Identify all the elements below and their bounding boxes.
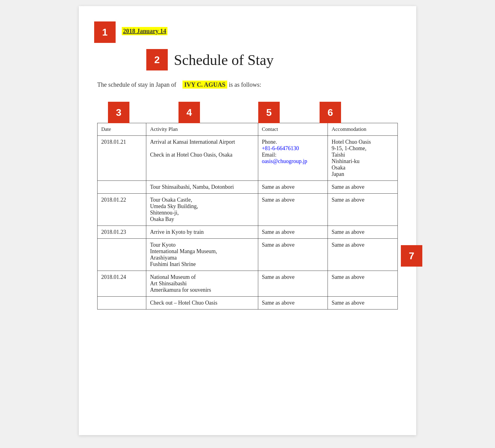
table-row: 2018.01.24 National Museum of Art Shinsa… xyxy=(98,271,398,297)
table-row: Tour Kyoto International Manga Museum, A… xyxy=(98,239,398,271)
cell-contact-3: Same as above xyxy=(258,226,328,239)
cell-accom-2: Same as above xyxy=(328,194,398,226)
badge-4-holder: 4 xyxy=(140,102,238,123)
header-accom-col: Accommodation xyxy=(328,123,398,136)
cell-accom-6: Same as above xyxy=(328,297,398,309)
header-date: 2018 January 14 xyxy=(122,27,167,35)
table-row: 2018.01.23 Arrive in Kyoto by train Same… xyxy=(98,226,398,239)
cell-accom-0: Hotel Chuo Oasis 9-15, 1-Chome, Taishi N… xyxy=(328,136,398,181)
phone-link[interactable]: +81-6-66476130 xyxy=(262,145,299,151)
cell-accom-5: Same as above xyxy=(328,271,398,297)
table-row: Tour Shinsaibashi, Namba, Dotonbori Same… xyxy=(98,181,398,194)
cell-date-6 xyxy=(98,297,146,309)
cell-date-2: 2018.01.22 xyxy=(98,194,146,226)
badge-2: 2 xyxy=(146,49,168,70)
badge-6-holder: 6 xyxy=(300,102,361,123)
badge-5: 5 xyxy=(258,102,280,123)
table-header-row: Date Activity Plan Contact Accommodation xyxy=(98,123,398,136)
email-link[interactable]: oasis@chuogroup.jp xyxy=(262,158,307,164)
cell-date-1 xyxy=(98,181,146,194)
badge-4: 4 xyxy=(178,102,200,123)
cell-date-4 xyxy=(98,239,146,271)
badge-3-holder: 3 xyxy=(97,102,140,123)
cell-contact-2: Same as above xyxy=(258,194,328,226)
badge-6: 6 xyxy=(320,102,341,123)
person-name: IVY C. AGUAS xyxy=(182,81,227,89)
header-activity-col: Activity Plan xyxy=(146,123,258,136)
badge-5-holder: 5 xyxy=(238,102,300,123)
cell-accom-3: Same as above xyxy=(328,226,398,239)
schedule-table: Date Activity Plan Contact Accommodation… xyxy=(97,123,398,309)
badge-1: 1 xyxy=(94,21,116,43)
cell-accom-1: Same as above xyxy=(328,181,398,194)
cell-contact-5: Same as above xyxy=(258,271,328,297)
cell-date-5: 2018.01.24 xyxy=(98,271,146,297)
cell-contact-1: Same as above xyxy=(258,181,328,194)
title-section: 2 Schedule of Stay xyxy=(97,49,398,70)
page: 1 2018 January 14 2 Schedule of Stay The… xyxy=(79,6,416,435)
badge-7: 7 xyxy=(401,245,422,267)
badge-3: 3 xyxy=(108,102,129,123)
page-title: Schedule of Stay xyxy=(174,51,274,68)
intro-text: The schedule of stay in Japan of IVY C. … xyxy=(97,80,398,89)
cell-contact-0: Phone. +81-6-66476130 Email: oasis@chuog… xyxy=(258,136,328,181)
cell-activity-5: National Museum of Art Shinsaibashi Amer… xyxy=(146,271,258,297)
cell-activity-3: Arrive in Kyoto by train xyxy=(146,226,258,239)
cell-accom-4: Same as above xyxy=(328,239,398,271)
cell-contact-6: Same as above xyxy=(258,297,328,309)
header-date-col: Date xyxy=(98,123,146,136)
cell-activity-1: Tour Shinsaibashi, Namba, Dotonbori xyxy=(146,181,258,194)
table-wrapper: 3 4 5 6 Date xyxy=(97,102,398,309)
cell-activity-6: Check out – Hotel Chuo Oasis xyxy=(146,297,258,309)
cell-date-0: 2018.01.21 xyxy=(98,136,146,181)
cell-activity-2: Tour Osaka Castle, Umeda Sky Building, S… xyxy=(146,194,258,226)
table-row: 2018.01.21 Arrival at Kansai Internation… xyxy=(98,136,398,181)
table-row: Check out – Hotel Chuo Oasis Same as abo… xyxy=(98,297,398,309)
cell-contact-4: Same as above xyxy=(258,239,328,271)
cell-activity-4: Tour Kyoto International Manga Museum, A… xyxy=(146,239,258,271)
col-badges-row: 3 4 5 6 xyxy=(97,102,398,123)
cell-date-3: 2018.01.23 xyxy=(98,226,146,239)
table-row: 2018.01.22 Tour Osaka Castle, Umeda Sky … xyxy=(98,194,398,226)
cell-activity-0: Arrival at Kansai International Airport … xyxy=(146,136,258,181)
header-contact-col: Contact xyxy=(258,123,328,136)
